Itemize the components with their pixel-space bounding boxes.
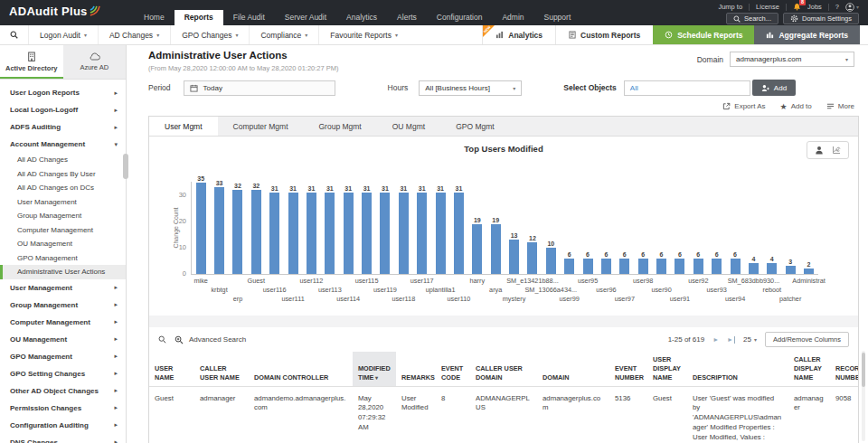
- column-header-user-display-name[interactable]: USER DISPLAY NAME: [647, 352, 687, 386]
- bar-arya[interactable]: 19arya: [486, 182, 505, 274]
- tab-active-directory[interactable]: Active Directory: [0, 45, 63, 79]
- menu-compliance[interactable]: Compliance▾: [249, 25, 318, 44]
- sidebar-subitem-all-ad-changes-on-dcs[interactable]: All AD Changes on DCs: [0, 181, 126, 195]
- bar-user92[interactable]: 6user92: [689, 182, 707, 274]
- sidebar-item-dns-changes[interactable]: DNS Changes▸: [0, 434, 126, 443]
- sidebar-item-account-management[interactable]: Account Management▾: [0, 136, 126, 153]
- sidebar-subitem-all-ad-changes[interactable]: All AD Changes: [0, 153, 126, 167]
- add-remove-columns-button[interactable]: Add/Remove Columns: [765, 332, 849, 347]
- page-size-select[interactable]: 25 ▾: [743, 335, 757, 344]
- export-as-button[interactable]: Export As: [722, 102, 765, 110]
- sidebar-item-adfs-auditing[interactable]: ADFS Auditing▸: [0, 118, 126, 136]
- column-header-record-number[interactable]: RECORD NUMBER: [830, 352, 858, 386]
- column-header-caller-display-name[interactable]: CALLER DISPLAY NAME: [788, 352, 830, 386]
- scrollbar-thumb[interactable]: [862, 353, 865, 387]
- domain-select[interactable]: admanagerplus.com ▾: [730, 52, 854, 67]
- bar-user116[interactable]: 31user116: [266, 182, 284, 274]
- top-tab-admin[interactable]: Admin: [492, 10, 533, 25]
- notifications-button[interactable]: 8: [793, 3, 801, 11]
- tab-azure-ad[interactable]: Azure AD: [63, 45, 127, 79]
- add-objects-button[interactable]: Add: [752, 80, 796, 96]
- report-tab-user-mgmt[interactable]: User Mgmt: [149, 117, 218, 136]
- jump-to-link[interactable]: Jump to: [718, 3, 742, 11]
- bar-user113[interactable]: 31user113: [321, 182, 339, 274]
- bar-user98[interactable]: 6user98: [634, 182, 652, 274]
- bar-uplantilla1[interactable]: 31uplantilla1: [431, 182, 449, 274]
- sidebar-subitem-ou-management[interactable]: OU Management: [0, 237, 126, 251]
- bar-user91[interactable]: 6user91: [671, 182, 689, 274]
- advanced-search-button[interactable]: Advanced Search: [175, 335, 246, 344]
- sidebar-item-group-management[interactable]: Group Management▸: [0, 297, 126, 314]
- menu-ad-changes[interactable]: AD Changes▾: [98, 25, 170, 44]
- bar-sm-13066a434[interactable]: 10SM_13066a434...: [542, 182, 560, 274]
- bar-user119[interactable]: 31user119: [376, 182, 394, 274]
- bar-user97[interactable]: 6user97: [616, 182, 634, 274]
- column-header-domain-controller[interactable]: DOMAIN CONTROLLER: [249, 352, 353, 386]
- column-header-modified-time[interactable]: MODIFIED TIME ▾: [353, 352, 396, 386]
- report-tab-ou-mgmt[interactable]: OU Mgmt: [377, 117, 440, 136]
- bar-user115[interactable]: 31user115: [357, 182, 375, 274]
- bar-sm-e13421b88[interactable]: 12SM_e13421b88...: [524, 182, 542, 274]
- user-view-icon[interactable]: [815, 146, 824, 155]
- bar-krbtgt[interactable]: 33krbtgt: [210, 182, 228, 274]
- bar-user90[interactable]: 6user90: [652, 182, 670, 274]
- menu-gpo-changes[interactable]: GPO Changes▾: [170, 25, 249, 44]
- top-tab-support[interactable]: Support: [534, 10, 581, 25]
- next-page-icon[interactable]: ►: [712, 336, 719, 344]
- bar-guest[interactable]: 32Guest: [247, 182, 265, 274]
- top-tab-reports[interactable]: Reports: [175, 10, 223, 25]
- app-logo[interactable]: ADAudit Plus: [9, 5, 100, 18]
- bar-user93[interactable]: 6user93: [708, 182, 726, 274]
- license-link[interactable]: License: [756, 3, 779, 11]
- top-tab-server-audit[interactable]: Server Audit: [275, 10, 336, 25]
- bar-user110[interactable]: 31user110: [449, 182, 467, 274]
- sidebar-item-gpo-management[interactable]: GPO Management▸: [0, 348, 126, 365]
- sidebar-item-other-ad-object-changes[interactable]: Other AD Object Changes▸: [0, 382, 126, 400]
- user-account-menu[interactable]: ▾: [845, 3, 859, 12]
- column-header-event-number[interactable]: EVENT NUMBER: [609, 352, 647, 386]
- sidebar-item-local-logon-logoff[interactable]: Local Logon-Logoff▸: [0, 101, 126, 118]
- menu-favourite-reports[interactable]: Favourite Reports▾: [318, 25, 409, 44]
- graph-view-icon[interactable]: [832, 146, 841, 155]
- table-scrollbar[interactable]: [862, 351, 865, 441]
- more-button[interactable]: More: [826, 102, 854, 110]
- sidebar-item-user-logon-reports[interactable]: User Logon Reports▸: [0, 84, 126, 101]
- sidebar-item-gpo-setting-changes[interactable]: GPO Setting Changes▸: [0, 365, 126, 382]
- bar-user117[interactable]: 31user117: [413, 182, 431, 274]
- help-link[interactable]: ?: [835, 3, 839, 11]
- aggregate-reports-button[interactable]: Aggregate Reports: [754, 25, 860, 44]
- bar-user118[interactable]: 31user118: [394, 182, 412, 274]
- bar-administrat[interactable]: 2Administrat: [799, 182, 817, 274]
- table-search-icon[interactable]: [158, 335, 166, 344]
- report-search-button[interactable]: [0, 25, 28, 44]
- top-tab-file-audit[interactable]: File Audit: [223, 10, 275, 25]
- column-header-caller-user-name[interactable]: CALLER USER NAME: [194, 352, 249, 386]
- add-to-button[interactable]: ★ Add to: [780, 102, 812, 110]
- report-tab-group-mgmt[interactable]: Group Mgmt: [304, 117, 377, 136]
- last-page-icon[interactable]: ►: [727, 336, 735, 344]
- domain-settings-button[interactable]: Domain Settings: [783, 13, 859, 24]
- top-tab-configuration[interactable]: Configuration: [427, 10, 493, 25]
- report-tab-gpo-mgmt[interactable]: GPO Mgmt: [440, 117, 510, 136]
- column-header-description[interactable]: DESCRIPTION: [687, 352, 788, 386]
- column-header-user-name[interactable]: USER NAME: [149, 352, 194, 386]
- period-input[interactable]: Today: [184, 80, 335, 96]
- sidebar-subitem-gpo-management[interactable]: GPO Management: [0, 251, 126, 266]
- custom-reports-button[interactable]: Custom Reports: [555, 25, 653, 44]
- top-tab-alerts[interactable]: Alerts: [387, 10, 427, 25]
- bar-mike[interactable]: 35mike: [192, 182, 210, 274]
- bar-user96[interactable]: 6user96: [597, 182, 615, 274]
- jobs-link[interactable]: Jobs: [807, 3, 822, 11]
- sidebar-scroll-handle[interactable]: [123, 154, 128, 179]
- column-header-remarks[interactable]: REMARKS: [396, 352, 436, 386]
- bar-user111[interactable]: 31user111: [284, 182, 302, 274]
- bar-user94[interactable]: 6user94: [726, 182, 744, 274]
- select-objects-input[interactable]: All: [624, 80, 750, 96]
- menu-logon-audit[interactable]: Logon Audit▾: [28, 25, 98, 44]
- sidebar-item-computer-management[interactable]: Computer Management▸: [0, 314, 126, 331]
- sidebar-subitem-user-management[interactable]: User Management: [0, 195, 126, 210]
- sidebar-item-ou-management[interactable]: OU Management▸: [0, 331, 126, 348]
- analytics-button[interactable]: NEW Analytics: [482, 25, 555, 44]
- sidebar-item-permission-changes[interactable]: Permission Changes▸: [0, 400, 126, 417]
- bar-erp[interactable]: 32erp: [229, 182, 247, 274]
